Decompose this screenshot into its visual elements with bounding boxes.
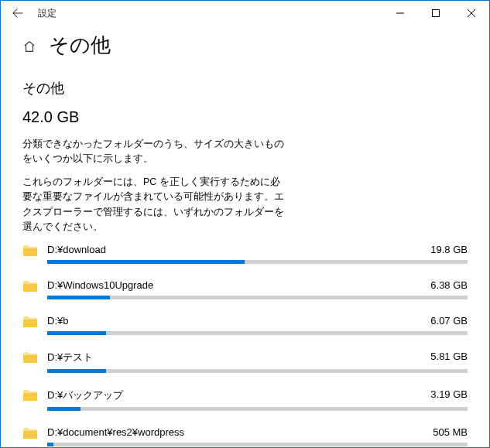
folder-body: D:¥b6.07 GB xyxy=(47,315,468,335)
folder-path: D:¥b xyxy=(47,315,68,327)
total-size: 42.0 GB xyxy=(22,108,468,126)
description-1: 分類できなかったフォルダーのうち、サイズの大きいものをいくつか以下に示します。 xyxy=(22,137,286,167)
folder-size: 5.81 GB xyxy=(430,351,468,364)
folder-icon xyxy=(22,280,38,294)
svg-rect-0 xyxy=(433,10,440,17)
arrow-left-icon xyxy=(12,8,23,19)
minimize-icon xyxy=(396,9,404,17)
usage-bar xyxy=(47,407,468,411)
folder-icon xyxy=(22,427,38,441)
page-header: その他 xyxy=(22,32,468,59)
folder-path: D:¥download xyxy=(47,244,106,255)
folder-list: D:¥download19.8 GB D:¥Windows10Upgrade6.… xyxy=(22,244,468,447)
folder-icon xyxy=(22,245,38,258)
content-area: その他 その他 42.0 GB 分類できなかったフォルダーのうち、サイズの大きい… xyxy=(1,26,489,447)
folder-path: D:¥バックアップ xyxy=(47,388,123,402)
folder-body: D:¥document¥res2¥wordpress505 MB xyxy=(47,426,468,446)
folder-item[interactable]: D:¥テスト5.81 GB xyxy=(22,351,468,373)
usage-bar-fill xyxy=(47,407,81,411)
folder-body: D:¥Windows10Upgrade6.38 GB xyxy=(47,279,468,299)
folder-item[interactable]: D:¥Windows10Upgrade6.38 GB xyxy=(22,279,468,299)
usage-bar xyxy=(47,296,468,299)
folder-size: 19.8 GB xyxy=(430,244,468,255)
description-2: これらのフォルダーには、PC を正しく実行するために必要な重要なファイルが含まれ… xyxy=(22,175,286,235)
folder-path: D:¥テスト xyxy=(47,351,93,364)
titlebar: 設定 xyxy=(1,1,489,26)
usage-bar-fill xyxy=(47,296,110,299)
section-title: その他 xyxy=(22,79,468,97)
usage-bar xyxy=(47,443,468,446)
usage-bar xyxy=(47,260,468,264)
usage-bar-fill xyxy=(47,443,53,446)
folder-size: 6.38 GB xyxy=(430,279,468,291)
window-title: 設定 xyxy=(35,7,57,20)
back-button[interactable] xyxy=(1,1,35,26)
maximize-button[interactable] xyxy=(418,1,454,26)
folder-path: D:¥document¥res2¥wordpress xyxy=(47,426,184,438)
folder-item[interactable]: D:¥download19.8 GB xyxy=(22,244,468,264)
usage-bar-fill xyxy=(47,369,106,373)
page-title: その他 xyxy=(49,32,111,59)
close-icon xyxy=(468,9,475,17)
folder-size: 3.19 GB xyxy=(430,388,468,402)
settings-window: 設定 その他 その他 42.0 GB xyxy=(0,0,490,448)
folder-path: D:¥Windows10Upgrade xyxy=(47,279,153,291)
maximize-icon xyxy=(432,9,440,17)
usage-bar xyxy=(47,331,468,335)
folder-body: D:¥download19.8 GB xyxy=(47,244,468,264)
folder-item[interactable]: D:¥document¥res2¥wordpress505 MB xyxy=(22,426,468,446)
folder-item[interactable]: D:¥バックアップ3.19 GB xyxy=(22,388,468,411)
folder-icon xyxy=(22,389,38,403)
usage-bar-fill xyxy=(47,331,106,335)
folder-icon xyxy=(22,316,38,330)
close-button[interactable] xyxy=(454,1,489,26)
folder-body: D:¥テスト5.81 GB xyxy=(47,351,468,373)
folder-item[interactable]: D:¥b6.07 GB xyxy=(22,315,468,335)
minimize-button[interactable] xyxy=(382,1,418,26)
folder-body: D:¥バックアップ3.19 GB xyxy=(47,388,468,411)
home-icon[interactable] xyxy=(22,38,38,53)
usage-bar-fill xyxy=(47,260,245,264)
folder-size: 6.07 GB xyxy=(430,315,468,327)
folder-size: 505 MB xyxy=(433,426,468,438)
usage-bar xyxy=(47,369,468,373)
folder-icon xyxy=(22,351,38,365)
